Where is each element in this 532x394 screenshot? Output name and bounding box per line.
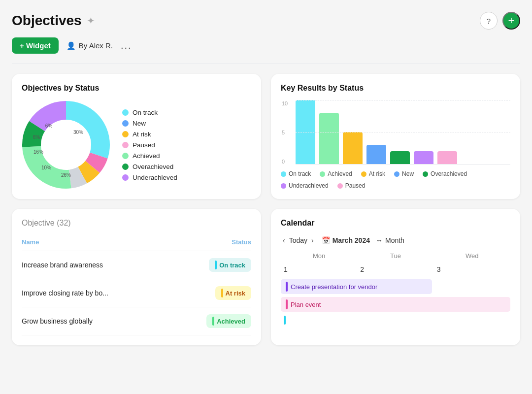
col-header-name: Name: [22, 235, 175, 251]
cal-month-label: March 2024: [332, 236, 370, 244]
bar-legend-dot-new: [394, 171, 399, 177]
y-label-5: 5: [282, 130, 288, 135]
key-results-title: Key Results by Status: [281, 84, 510, 93]
legend-dot-underachieved: [122, 174, 129, 181]
bar-legend-underachieved: Underachieved: [281, 182, 329, 189]
add-button[interactable]: +: [502, 12, 520, 30]
legend-item-achieved: Achieved: [122, 152, 177, 160]
cal-event-presentation[interactable]: Create presentation for vendor: [281, 279, 432, 294]
calendar-day-nums: 1 2 3: [281, 263, 510, 277]
grid-line-5: [296, 132, 510, 133]
status-bar-ontrack: [215, 261, 217, 269]
bar-legend-label-overachieved: Overachieved: [431, 170, 467, 177]
cal-day-2: 2: [357, 263, 433, 277]
status-badge-atrisk: At risk: [215, 286, 251, 300]
cal-event-bar-pink: [286, 299, 288, 309]
bar-legend-label-achieved: Achieved: [328, 170, 352, 177]
y-axis-labels: 10 5 0: [282, 100, 288, 164]
donut-legend: On track New At risk Paused Achieved: [122, 109, 177, 181]
bar-legend-achieved: Achieved: [320, 170, 352, 177]
legend-item-atrisk: At risk: [122, 131, 177, 138]
bar-legend-label-atrisk: At risk: [369, 170, 385, 177]
cal-next-button[interactable]: ›: [309, 235, 316, 245]
calendar-grid-wrap: Mon Tue Wed 1 2 3 Create presentation fo…: [281, 252, 510, 325]
bar-chart-area: [296, 100, 510, 164]
cal-event-plan[interactable]: Plan event: [281, 297, 510, 312]
obj-status-2: At risk: [175, 279, 251, 307]
donut-label-6-atrisk: 6%: [33, 134, 40, 140]
calendar-col-headers: Mon Tue Wed: [281, 252, 510, 263]
calendar-toolbar: ‹ Today › 📅 March 2024 ↔ Month: [281, 235, 510, 245]
legend-label-atrisk: At risk: [133, 131, 151, 138]
donut-chart: 30% 6% 6% 16% 26% 10%: [22, 100, 110, 189]
calendar-icon: 📅: [322, 236, 330, 244]
calendar-card: Calendar ‹ Today › 📅 March 2024 ↔ Month …: [271, 209, 520, 345]
cal-event-bar-purple: [286, 282, 288, 292]
donut-label-10: 10%: [41, 165, 51, 170]
donut-section: 30% 6% 6% 16% 26% 10% On track New: [22, 100, 251, 189]
more-button[interactable]: ...: [121, 40, 132, 51]
toolbar: + Widget 👤 By Alex R. ...: [12, 37, 520, 54]
objectives-table: Name Status Increase brand awareness On …: [22, 235, 251, 335]
obj-name-2: Improve closing rate by bo...: [22, 279, 175, 307]
objectives-list-card: Objective (32) Name Status Increase bran…: [12, 209, 261, 345]
donut-label-6-new: 6%: [45, 123, 53, 129]
cal-view-label: ↔ Month: [376, 236, 404, 244]
legend-item-underachieved: Underachieved: [122, 174, 177, 181]
legend-dot-overachieved: [122, 164, 129, 170]
grid-line-10: [296, 100, 510, 101]
bar-achieved: [319, 113, 339, 164]
table-row[interactable]: Improve closing rate by bo... At risk: [22, 279, 251, 307]
cal-event-label-plan: Plan event: [291, 301, 321, 308]
legend-dot-ontrack: [122, 109, 129, 116]
cal-header-mon: Mon: [281, 252, 357, 263]
status-badge-achieved: Achieved: [206, 314, 251, 328]
bar-atrisk: [343, 132, 363, 164]
status-bar-atrisk: [221, 289, 223, 297]
expand-icon: ↔: [376, 236, 383, 244]
cal-event-label-presentation: Create presentation for vendor: [291, 283, 377, 291]
legend-dot-atrisk: [122, 131, 129, 137]
legend-item-new: New: [122, 120, 177, 127]
bar-legend-dot-achieved: [320, 171, 325, 177]
star-icon[interactable]: ✦: [87, 15, 95, 27]
bar-legend-dot-underachieved: [281, 183, 286, 189]
cal-date-label: 📅 March 2024: [322, 236, 370, 244]
cal-day-1: 1: [281, 263, 357, 277]
table-row[interactable]: Grow business globally Achieved: [22, 307, 251, 335]
legend-label-achieved: Achieved: [133, 152, 160, 160]
legend-dot-new: [122, 120, 129, 127]
cal-prev-button[interactable]: ‹: [281, 235, 287, 245]
objectives-by-status-title: Objectives by Status: [22, 84, 251, 93]
obj-name-1: Increase brand awareness: [22, 251, 175, 279]
bar-legend-dot-ontrack: [281, 171, 286, 177]
toolbar-divider: [12, 64, 520, 64]
bar-legend-label-paused: Paused: [345, 182, 366, 189]
table-row[interactable]: Increase brand awareness On track: [22, 251, 251, 279]
cal-event-bar-cyan: [284, 316, 286, 325]
legend-item-paused: Paused: [122, 141, 177, 149]
status-bar-achieved: [212, 317, 214, 326]
widget-button[interactable]: + Widget: [12, 37, 59, 54]
help-button[interactable]: ?: [480, 12, 498, 30]
legend-dot-paused: [122, 142, 129, 148]
page-header: Objectives ✦ ? +: [12, 12, 520, 30]
bar-chart-container: 10 5 0: [296, 100, 510, 164]
legend-item-ontrack: On track: [122, 109, 177, 116]
donut-label-30: 30%: [73, 130, 83, 135]
cal-today-label[interactable]: Today: [289, 236, 307, 244]
bar-legend-new: New: [394, 170, 414, 177]
bar-paused: [437, 151, 457, 164]
legend-label-paused: Paused: [133, 141, 155, 149]
main-grid: Objectives by Status: [12, 74, 520, 345]
legend-label-new: New: [133, 120, 146, 127]
key-results-card: Key Results by Status 10 5 0: [271, 74, 520, 199]
bar-legend-label-new: New: [402, 170, 414, 177]
y-label-10: 10: [282, 100, 288, 106]
author-label: By Alex R.: [79, 41, 113, 50]
author-button[interactable]: 👤 By Alex R.: [66, 41, 113, 50]
person-icon: 👤: [66, 41, 76, 50]
header-left: Objectives ✦: [12, 13, 95, 29]
bar-legend-label-ontrack: On track: [289, 170, 311, 177]
bar-legend-overachieved: Overachieved: [423, 170, 467, 177]
